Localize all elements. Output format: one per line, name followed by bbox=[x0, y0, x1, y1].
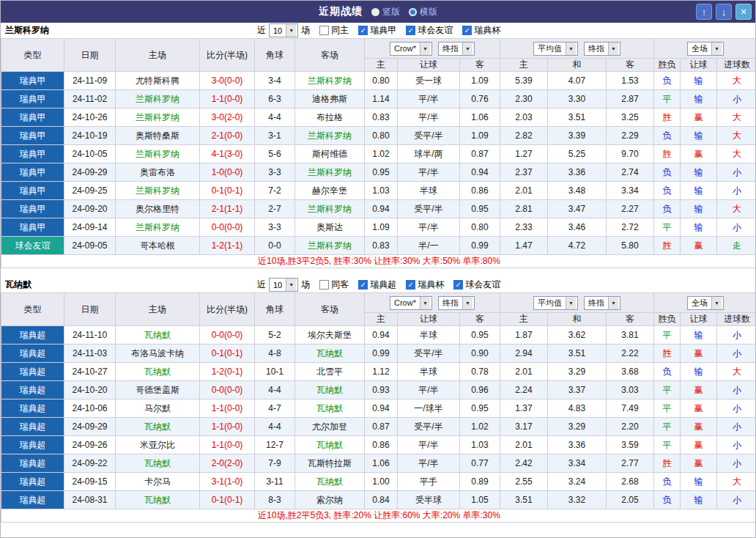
goals-cell: 大 bbox=[717, 473, 756, 491]
handicap-cell: 半/一 bbox=[398, 237, 460, 255]
column-header: 客场 bbox=[295, 39, 365, 72]
score-cell: 0-1(0-1) bbox=[200, 182, 255, 200]
away-odds-cell: 0.89 bbox=[460, 473, 500, 491]
filter-checkbox[interactable]: 同主 bbox=[319, 24, 349, 37]
average-select[interactable]: 平均值▼ bbox=[533, 42, 578, 56]
filter-checkbox-label: 同客 bbox=[331, 279, 349, 291]
handicap-result-cell: 赢 bbox=[681, 108, 717, 127]
score-cell: 0-0(0-0) bbox=[200, 218, 255, 237]
move-down-button[interactable]: ↓ bbox=[716, 4, 732, 20]
date-cell: 24-09-29 bbox=[64, 418, 116, 436]
away-team-cell: 奥斯达 bbox=[295, 218, 365, 237]
table-row: 瑞典超24-09-29瓦纳默1-1(0-0)4-4尤尔加登0.87受平/半1.0… bbox=[1, 418, 756, 436]
table-row: 瑞典超24-09-22瓦纳默2-0(2-0)7-9瓦斯特拉斯1.06平/半0.7… bbox=[1, 454, 756, 473]
avg-home-cell: 2.30 bbox=[500, 90, 548, 108]
date-cell: 24-09-14 bbox=[64, 218, 116, 237]
close-button[interactable]: × bbox=[735, 4, 752, 20]
filter-checkbox[interactable]: ✓瑞典杯 bbox=[406, 279, 444, 291]
average-time-select[interactable]: 终指▼ bbox=[584, 296, 620, 310]
filter-checkbox[interactable]: ✓瑞典超 bbox=[358, 279, 396, 291]
handicap-cell: 受半球 bbox=[398, 491, 460, 509]
chevron-down-icon: ▼ bbox=[420, 43, 430, 55]
table-row: 瑞典超24-10-20哥德堡盖斯0-0(0-0)4-4瓦纳默0.93平/半0.9… bbox=[1, 381, 756, 399]
checkbox-checked-icon: ✓ bbox=[406, 280, 415, 290]
away-odds-cell: 0.95 bbox=[460, 200, 500, 218]
header-row-top: 类型日期主场比分(半场)角球客场Crow*▼终指▼平均值▼终指▼全场▼ bbox=[1, 293, 756, 313]
filter-bar: 近10▼场同客✓瑞典超✓瑞典杯✓球会友谊 bbox=[257, 278, 500, 292]
sub-column-header: 让球 bbox=[398, 313, 460, 326]
handicap-cell: 半球 bbox=[398, 326, 460, 344]
filter-checkbox[interactable]: ✓瑞典甲 bbox=[358, 24, 396, 37]
avg-home-cell: 2.03 bbox=[500, 108, 548, 127]
odds-company-select[interactable]: Crow*▼ bbox=[390, 42, 432, 56]
average-select[interactable]: 平均值▼ bbox=[533, 296, 578, 310]
filter-checkbox-label: 瑞典超 bbox=[370, 279, 396, 291]
scope-header-cell: 全场▼ bbox=[654, 293, 756, 313]
league-cell: 瑞典超 bbox=[1, 454, 64, 473]
handicap-result-cell: 输 bbox=[681, 473, 717, 491]
sub-column-header: 主 bbox=[500, 313, 548, 326]
handicap-result-cell: 赢 bbox=[681, 145, 717, 163]
home-odds-cell: 0.94 bbox=[365, 200, 398, 218]
result-cell: 胜 bbox=[654, 108, 681, 127]
recent-count-select[interactable]: 10▼ bbox=[269, 23, 298, 37]
result-cell: 负 bbox=[654, 127, 681, 145]
odds-time-select[interactable]: 终指▼ bbox=[438, 296, 475, 310]
team-name: 兰斯科罗纳 bbox=[5, 24, 49, 37]
avg-away-cell: 3.59 bbox=[607, 436, 654, 454]
column-header: 类型 bbox=[1, 293, 64, 326]
away-team-cell: 兰斯科罗纳 bbox=[295, 72, 365, 90]
filter-checkbox[interactable]: ✓瑞典杯 bbox=[462, 24, 500, 37]
filter-checkbox-label: 球会友谊 bbox=[465, 279, 500, 291]
home-team-cell: 米亚尔比 bbox=[116, 436, 200, 454]
radio-vertical[interactable]: 竖版 bbox=[371, 6, 400, 18]
title-bar: 近期战绩 竖版 横版 ↑ ↓ × bbox=[1, 1, 755, 23]
away-odds-cell: 0.86 bbox=[460, 182, 500, 200]
move-up-button[interactable]: ↑ bbox=[696, 4, 712, 20]
odds-header-cell: Crow*▼终指▼ bbox=[365, 293, 500, 313]
filter-checkbox[interactable]: 同客 bbox=[319, 279, 349, 291]
goals-cell: 大 bbox=[717, 363, 756, 381]
section-header-bar: 瓦纳默近10▼场同客✓瑞典超✓瑞典杯✓球会友谊 bbox=[1, 277, 756, 292]
avg-draw-cell: 3.62 bbox=[548, 326, 607, 344]
goals-cell: 大 bbox=[717, 72, 756, 90]
table-row: 瑞典超24-11-10瓦纳默0-0(0-0)5-2埃尔夫斯堡0.94半球0.95… bbox=[1, 326, 756, 344]
scope-select[interactable]: 全场▼ bbox=[687, 296, 724, 310]
avg-home-cell: 2.94 bbox=[500, 344, 548, 363]
radio-horizontal[interactable]: 横版 bbox=[409, 6, 437, 18]
odds-time-select-value: 终指 bbox=[442, 43, 459, 54]
sub-column-header: 进球数 bbox=[717, 313, 756, 326]
goals-cell: 走 bbox=[717, 237, 756, 255]
corners-cell: 4-4 bbox=[255, 108, 295, 127]
date-cell: 24-09-25 bbox=[64, 182, 116, 200]
stats-table: 类型日期主场比分(半场)角球客场Crow*▼终指▼平均值▼终指▼全场▼主让球客主… bbox=[1, 38, 756, 268]
odds-time-select[interactable]: 终指▼ bbox=[438, 42, 475, 56]
away-odds-cell: 0.96 bbox=[460, 381, 500, 399]
scope-select[interactable]: 全场▼ bbox=[687, 42, 724, 56]
average-time-select[interactable]: 终指▼ bbox=[584, 42, 620, 56]
sub-column-header: 和 bbox=[548, 59, 607, 72]
home-odds-cell: 1.03 bbox=[365, 182, 398, 200]
home-odds-cell: 0.84 bbox=[365, 491, 398, 509]
recent-count-select[interactable]: 10▼ bbox=[269, 278, 298, 292]
chevron-down-icon: ▼ bbox=[462, 43, 472, 55]
scope-header-cell: 全场▼ bbox=[654, 39, 756, 59]
avg-away-cell: 3.68 bbox=[607, 363, 654, 381]
avg-draw-cell: 4.83 bbox=[548, 399, 607, 418]
result-cell: 平 bbox=[654, 399, 681, 418]
avg-draw-cell: 3.51 bbox=[548, 344, 607, 363]
odds-company-select[interactable]: Crow*▼ bbox=[390, 296, 432, 310]
league-cell: 瑞典超 bbox=[1, 399, 64, 418]
avg-home-cell: 1.87 bbox=[500, 326, 548, 344]
avg-draw-cell: 4.72 bbox=[548, 237, 607, 255]
average-header-cell: 平均值▼终指▼ bbox=[500, 293, 654, 313]
filter-checkbox[interactable]: ✓球会友谊 bbox=[406, 24, 453, 37]
away-team-cell: 兰斯科罗纳 bbox=[295, 200, 365, 218]
filter-checkbox[interactable]: ✓球会友谊 bbox=[453, 279, 500, 291]
league-cell: 瑞典甲 bbox=[1, 90, 64, 108]
league-cell: 瑞典超 bbox=[1, 326, 64, 344]
filter-checkbox-label: 球会友谊 bbox=[418, 24, 453, 37]
score-cell: 0-0(0-0) bbox=[200, 326, 255, 344]
away-team-cell: 布拉格 bbox=[295, 108, 365, 127]
date-cell: 24-10-06 bbox=[64, 399, 116, 418]
